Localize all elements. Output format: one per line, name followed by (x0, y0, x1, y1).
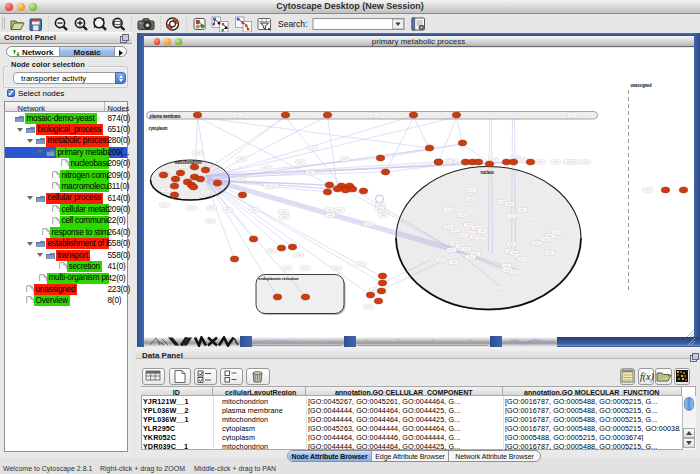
svg-text:Search:: Search: (278, 19, 307, 29)
svg-text:f(x): f(x) (640, 371, 654, 383)
svg-text:unassigned: unassigned (630, 83, 651, 88)
svg-text:endoplasmic reticulum: endoplasmic reticulum (258, 276, 298, 281)
svg-text:plasma membrane: plasma membrane (149, 114, 180, 119)
svg-text:mitochondrion: mitochondrion (174, 160, 201, 165)
svg-text:nucleus: nucleus (480, 170, 494, 175)
svg-text:cytoplasm: cytoplasm (148, 126, 167, 131)
